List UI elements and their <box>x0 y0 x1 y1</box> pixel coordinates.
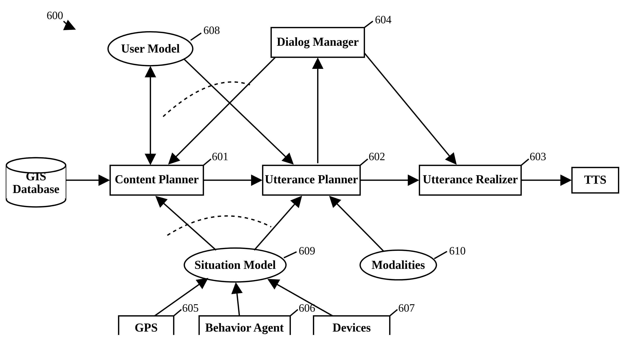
situation-model-node: Situation Model 609 <box>184 245 315 282</box>
devices-node: Devices 607 <box>314 302 415 335</box>
figure-ref: 600 <box>46 9 74 29</box>
content-planner-ref: 601 <box>212 150 228 163</box>
gps-node: GPS 605 <box>118 302 198 335</box>
edge-situation-to-utterance <box>254 197 301 250</box>
utterance-realizer-label: Utterance Realizer <box>423 173 518 186</box>
behavior-agent-label: Behavior Agent <box>205 321 284 334</box>
situation-model-label: Situation Model <box>194 258 276 271</box>
dialog-manager-node: Dialog Manager 604 <box>271 14 392 57</box>
modalities-ref: 610 <box>449 245 466 257</box>
content-planner-label: Content Planner <box>115 173 199 186</box>
context-arc-bottom <box>168 216 271 235</box>
user-model-ref: 608 <box>204 24 220 36</box>
edge-behavior-to-situation <box>236 284 240 316</box>
edge-usermodel-to-utterance <box>184 59 292 163</box>
utterance-realizer-ref: 603 <box>530 150 546 163</box>
situation-model-ref: 609 <box>299 245 315 257</box>
utterance-planner-ref: 602 <box>368 150 385 163</box>
utterance-planner-node: Utterance Planner 602 <box>263 150 385 195</box>
gis-label-1: GIS <box>26 170 46 183</box>
utterance-planner-label: Utterance Planner <box>265 173 358 186</box>
behavior-agent-ref: 606 <box>299 302 315 314</box>
figure-ref-number: 600 <box>46 9 63 22</box>
modalities-label: Modalities <box>372 258 425 271</box>
user-model-node: User Model 608 <box>108 24 220 66</box>
edge-modalities-to-utterance <box>330 197 384 251</box>
gps-ref: 605 <box>182 302 199 314</box>
user-model-label: User Model <box>121 42 180 55</box>
dialog-manager-label: Dialog Manager <box>277 35 358 48</box>
edge-dialog-to-realizer <box>364 53 455 163</box>
devices-ref: 607 <box>398 302 415 314</box>
content-planner-node: Content Planner 601 <box>110 150 228 195</box>
gis-database-node: GIS Database <box>6 158 66 207</box>
gis-label-2: Database <box>13 182 60 196</box>
modalities-node: Modalities 610 <box>360 245 466 280</box>
tts-label: TTS <box>584 173 606 186</box>
tts-node: TTS <box>572 168 618 193</box>
dialog-manager-ref: 604 <box>375 14 392 26</box>
diagram-canvas: 600 GIS Database Content Planner 601 Utt… <box>0 0 644 335</box>
context-arc-top <box>163 82 250 117</box>
utterance-realizer-node: Utterance Realizer 603 <box>420 150 546 195</box>
edge-situation-to-content <box>157 197 216 250</box>
edge-dialog-to-content <box>170 57 276 163</box>
devices-label: Devices <box>332 321 371 334</box>
gps-label: GPS <box>135 321 158 334</box>
behavior-agent-node: Behavior Agent 606 <box>199 302 315 335</box>
